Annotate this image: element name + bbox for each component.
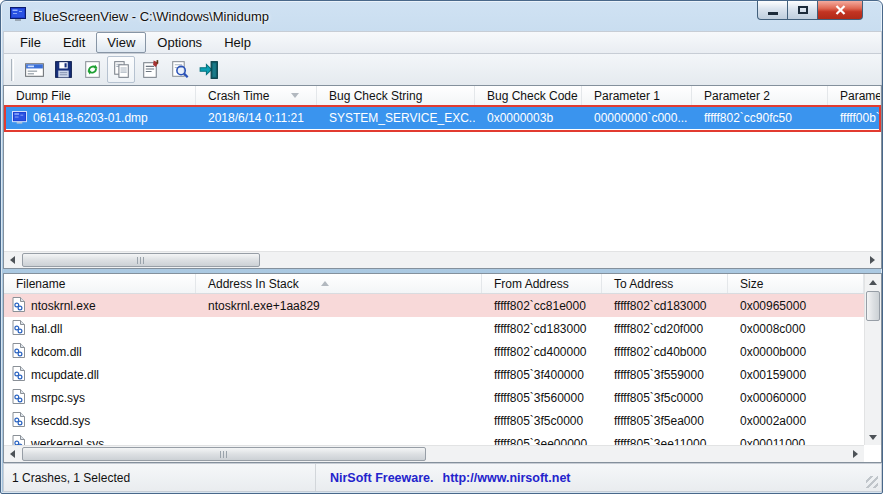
filename-cell: kdcom.dll	[31, 345, 82, 359]
dll-file-icon	[12, 343, 31, 361]
lower-scroll-thumb[interactable]	[22, 447, 426, 461]
crash-time-cell: 2018/6/14 0:11:21	[196, 106, 317, 129]
address-in-stack-cell	[196, 317, 482, 340]
column-header-crash-time[interactable]: Crash Time	[196, 86, 317, 105]
find-icon	[168, 58, 191, 81]
arrow-right-icon	[870, 256, 875, 264]
minimize-button[interactable]	[757, 1, 788, 20]
filename-cell: ntoskrnl.exe	[31, 299, 96, 313]
table-row[interactable]: mcupdate.dll fffff805`3f400000 fffff805`…	[4, 363, 864, 386]
scroll-right-button[interactable]	[847, 446, 864, 462]
size-cell: 0x00159000	[728, 363, 864, 386]
size-cell: 0x0000b000	[728, 340, 864, 363]
upper-scroll-thumb[interactable]	[22, 253, 260, 267]
size-cell: 0x0002a000	[728, 409, 864, 432]
column-header-dump-file[interactable]: Dump File	[4, 86, 196, 105]
table-row[interactable]: ntoskrnl.exe ntoskrnl.exe+1aa829 fffff80…	[4, 294, 864, 317]
dll-file-icon	[12, 435, 31, 446]
scroll-left-button[interactable]	[4, 446, 21, 462]
address-in-stack-cell	[196, 432, 482, 445]
app-icon	[10, 6, 26, 26]
from-address-cell: fffff802`cd183000	[482, 317, 602, 340]
toolbar	[3, 54, 882, 85]
resize-grip[interactable]	[866, 476, 878, 488]
table-row[interactable]: kdcom.dll fffff802`cd400000 fffff802`cd4…	[4, 340, 864, 363]
lower-scroll-track[interactable]	[21, 446, 847, 462]
column-header-to-address[interactable]: To Address	[602, 274, 728, 293]
column-header-parameter-3[interactable]: Parameter 3	[828, 86, 881, 105]
size-cell: 0x00060000	[728, 386, 864, 409]
crash-list-body: 061418-6203-01.dmp 2018/6/14 0:11:21 SYS…	[4, 106, 881, 251]
column-header-filename[interactable]: Filename	[4, 274, 196, 293]
column-header-bug-check-code[interactable]: Bug Check Code	[475, 86, 582, 105]
arrow-right-icon	[853, 450, 858, 458]
column-header-parameter-1[interactable]: Parameter 1	[582, 86, 692, 105]
to-address-cell: fffff802`cd40b000	[602, 340, 728, 363]
from-address-cell: fffff805`3f5c0000	[482, 409, 602, 432]
maximize-button[interactable]	[787, 1, 818, 20]
from-address-cell: fffff805`3f560000	[482, 386, 602, 409]
table-row[interactable]: ksecdd.sys fffff805`3f5c0000 fffff805`3f…	[4, 409, 864, 432]
lower-vertical-scrollbar[interactable]	[864, 274, 881, 445]
from-address-cell: fffff802`cd400000	[482, 340, 602, 363]
column-header-address-in-stack[interactable]: Address In Stack	[196, 274, 482, 293]
lower-horizontal-scrollbar[interactable]	[4, 445, 864, 462]
scroll-grip-icon	[137, 257, 146, 264]
scroll-up-button[interactable]	[865, 274, 881, 290]
table-row[interactable]: msrpc.sys fffff805`3f560000 fffff805`3f5…	[4, 386, 864, 409]
address-in-stack-cell	[196, 409, 482, 432]
table-row[interactable]: hal.dll fffff802`cd183000 fffff802`cd20f…	[4, 317, 864, 340]
close-button[interactable]	[817, 1, 863, 20]
dll-file-icon	[12, 320, 31, 338]
scroll-left-button[interactable]	[4, 252, 21, 268]
address-in-stack-cell: ntoskrnl.exe+1aa829	[196, 294, 482, 317]
column-header-from-address[interactable]: From Address	[482, 274, 602, 293]
advanced-options-button[interactable]	[20, 56, 48, 83]
advanced-options-icon	[23, 58, 46, 81]
table-row-selected[interactable]: 061418-6203-01.dmp 2018/6/14 0:11:21 SYS…	[4, 106, 881, 129]
menu-edit[interactable]: Edit	[52, 32, 96, 53]
nirsoft-url-link[interactable]: http://www.nirsoft.net	[443, 471, 571, 485]
refresh-button[interactable]	[78, 56, 106, 83]
arrow-down-icon	[869, 435, 877, 440]
app-window: BlueScreenView - C:\Windows\Minidump Fil…	[0, 0, 883, 494]
save-button[interactable]	[49, 56, 77, 83]
filename-cell: ksecdd.sys	[31, 414, 90, 428]
copy-icon	[110, 58, 133, 81]
scroll-right-button[interactable]	[864, 252, 881, 268]
driver-list-pane: Filename Address In Stack From Address T…	[3, 273, 882, 463]
column-header-size[interactable]: Size	[728, 274, 864, 293]
menu-options[interactable]: Options	[146, 32, 213, 53]
toolbar-grip	[11, 59, 14, 81]
dll-file-icon	[12, 297, 31, 315]
bug-check-code-cell: 0x0000003b	[475, 106, 582, 129]
filename-cell: hal.dll	[31, 322, 62, 336]
upper-horizontal-scrollbar[interactable]	[4, 251, 881, 268]
copy-button[interactable]	[107, 56, 135, 83]
column-header-bug-check-string[interactable]: Bug Check String	[317, 86, 475, 105]
menu-file[interactable]: File	[9, 32, 52, 53]
status-bar: 1 Crashes, 1 Selected NirSoft Freeware. …	[3, 463, 882, 492]
minidump-file-icon	[12, 111, 27, 124]
find-button[interactable]	[165, 56, 193, 83]
filename-cell: msrpc.sys	[31, 391, 85, 405]
upper-scroll-track[interactable]	[21, 252, 864, 268]
parameter-2-cell: fffff802`cc90fc50	[692, 106, 828, 129]
column-header-parameter-2[interactable]: Parameter 2	[692, 86, 828, 105]
sort-descending-icon	[291, 93, 299, 98]
maximize-icon	[798, 6, 808, 14]
titlebar[interactable]: BlueScreenView - C:\Windows\Minidump	[1, 1, 882, 31]
to-address-cell: fffff805`3ee11000	[602, 432, 728, 445]
lower-vscroll-thumb[interactable]	[866, 291, 880, 321]
dll-file-icon	[12, 389, 31, 407]
menu-view[interactable]: View	[96, 32, 146, 53]
exit-icon	[197, 58, 220, 81]
filename-cell: mcupdate.dll	[31, 368, 99, 382]
parameter-3-cell: fffff00b`	[828, 106, 881, 129]
scroll-down-button[interactable]	[865, 429, 881, 445]
properties-button[interactable]	[136, 56, 164, 83]
exit-button[interactable]	[194, 56, 222, 83]
table-row[interactable]: werkernel.sys fffff805`3ee00000 fffff805…	[4, 432, 864, 445]
driver-list-body: ntoskrnl.exe ntoskrnl.exe+1aa829 fffff80…	[4, 294, 864, 445]
menu-help[interactable]: Help	[213, 32, 262, 53]
